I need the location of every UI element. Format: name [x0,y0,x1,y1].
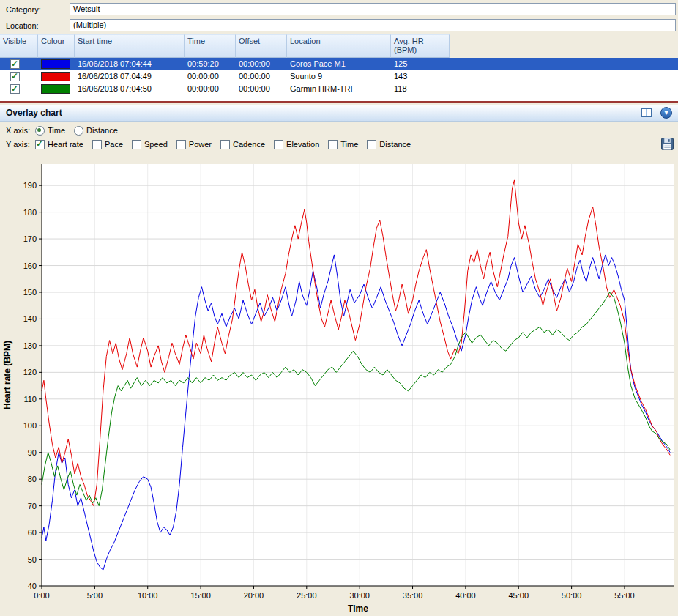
yaxis-option-time[interactable]: Time [328,140,358,149]
offset-cell: 00:00:00 [236,70,287,83]
heart-rate-chart: 4050607080901001101201301401501601701801… [0,154,678,616]
svg-text:20:00: 20:00 [244,591,264,600]
checkbox-icon[interactable] [92,140,102,149]
svg-text:150: 150 [23,288,37,297]
svg-text:80: 80 [28,475,37,483]
svg-text:50:00: 50:00 [562,591,582,600]
y-axis-label: Y axis: [6,140,35,149]
svg-text:15:00: 15:00 [190,591,211,600]
checkbox-icon[interactable] [274,140,283,149]
colour-swatch [41,59,70,69]
svg-text:60: 60 [28,528,37,537]
radio-icon[interactable] [35,126,45,136]
table-row[interactable]: 16/06/2018 07:04:44 00:59:20 00:00:00 Co… [0,58,678,70]
column-header-colour[interactable]: Colour [38,34,75,58]
svg-text:30:00: 30:00 [349,591,370,600]
visible-checkbox[interactable] [10,59,20,69]
popout-panel-icon[interactable] [641,108,652,117]
column-header-location[interactable]: Location [287,34,391,58]
time-cell: 00:00:00 [185,83,236,95]
column-header-visible[interactable]: Visible [0,34,38,58]
option-label: Heart rate [48,140,83,149]
radio-icon[interactable] [74,126,83,136]
collapse-panel-icon[interactable]: ▾ [660,107,672,119]
avg-hr-cell: 118 [391,83,450,95]
svg-text:180: 180 [23,208,37,217]
location-field[interactable]: (Multiple) [70,19,676,31]
visible-checkbox[interactable] [10,84,20,94]
app-window: Category: Wetsuit Location: (Multiple) V… [0,0,678,616]
svg-text:Time: Time [348,604,368,614]
svg-text:130: 130 [23,341,37,350]
yaxis-option-cadence[interactable]: Cadence [220,140,265,149]
checkbox-icon[interactable] [220,140,230,149]
option-label: Time [340,140,358,149]
svg-text:25:00: 25:00 [297,591,317,600]
overlay-chart-header: Overlay chart ▾ [0,105,678,122]
svg-text:170: 170 [23,234,37,243]
checkbox-icon[interactable] [35,140,45,149]
time-cell: 00:00:00 [185,70,236,83]
start-time-cell: 16/06/2018 07:04:44 [75,58,185,70]
checkbox-icon[interactable] [367,140,376,149]
table-body: 16/06/2018 07:04:44 00:59:20 00:00:00 Co… [0,58,678,101]
option-label: Time [48,126,65,135]
y-axis-controls: Y axis: Heart rate Pace Speed Power Cade… [0,138,678,151]
avg-hr-cell: 143 [391,70,450,83]
svg-text:5:00: 5:00 [87,591,103,600]
column-header-time[interactable]: Time [185,34,236,58]
column-header-avg-hr[interactable]: Avg. HR (BPM) [391,34,450,58]
yaxis-option-speed[interactable]: Speed [132,140,168,149]
location-value: (Multiple) [73,21,106,29]
svg-text:Heart rate (BPM): Heart rate (BPM) [2,341,12,409]
checkbox-icon[interactable] [132,140,141,149]
yaxis-option-elevation[interactable]: Elevation [274,140,319,149]
location-cell: Garmin HRM-TRI [287,83,391,95]
start-time-cell: 16/06/2018 07:04:50 [75,83,185,95]
option-label: Elevation [286,140,319,149]
column-header-offset[interactable]: Offset [236,34,287,58]
option-label: Distance [379,140,411,149]
xaxis-option-time[interactable]: Time [35,126,65,136]
overlay-chart-plot[interactable]: 4050607080901001101201301401501601701801… [0,154,678,616]
svg-text:35:00: 35:00 [403,591,423,600]
svg-text:55:00: 55:00 [614,591,635,600]
svg-text:110: 110 [23,395,37,404]
option-label: Distance [86,126,118,135]
colour-swatch [41,84,70,94]
svg-text:140: 140 [23,314,37,323]
location-label: Location: [6,21,39,30]
table-row[interactable]: 16/06/2018 07:04:50 00:00:00 00:00:00 Ga… [0,83,678,95]
svg-text:40: 40 [28,582,37,590]
category-label: Category: [6,5,41,14]
horizontal-splitter[interactable] [0,101,678,103]
colour-swatch [41,72,70,81]
checkbox-icon[interactable] [328,140,338,149]
visible-checkbox[interactable] [10,72,20,81]
svg-text:45:00: 45:00 [508,591,529,600]
yaxis-option-pace[interactable]: Pace [92,140,123,149]
yaxis-option-distance[interactable]: Distance [367,140,411,149]
column-header-start-time[interactable]: Start time [75,34,185,58]
svg-text:10:00: 10:00 [138,591,158,600]
xaxis-option-distance[interactable]: Distance [74,126,118,136]
yaxis-option-heart-rate[interactable]: Heart rate [35,140,83,149]
x-axis-controls: X axis: Time Distance [0,124,678,137]
svg-text:120: 120 [23,368,37,376]
svg-text:90: 90 [28,448,37,457]
checkbox-icon[interactable] [176,140,186,149]
category-field[interactable]: Wetsuit [70,3,676,15]
x-axis-label: X axis: [6,126,35,135]
overlay-chart-title: Overlay chart [0,105,678,121]
offset-cell: 00:00:00 [236,83,287,95]
avg-hr-cell: 125 [391,58,450,70]
header-filler [450,34,678,58]
category-value: Wetsuit [73,4,100,13]
option-label: Pace [105,140,123,149]
table-row[interactable]: 16/06/2018 07:04:49 00:00:00 00:00:00 Su… [0,70,678,83]
save-chart-icon[interactable] [661,138,674,150]
option-label: Power [189,140,212,149]
yaxis-option-power[interactable]: Power [176,140,212,149]
location-cell: Suunto 9 [287,70,391,83]
option-label: Cadence [233,140,265,149]
